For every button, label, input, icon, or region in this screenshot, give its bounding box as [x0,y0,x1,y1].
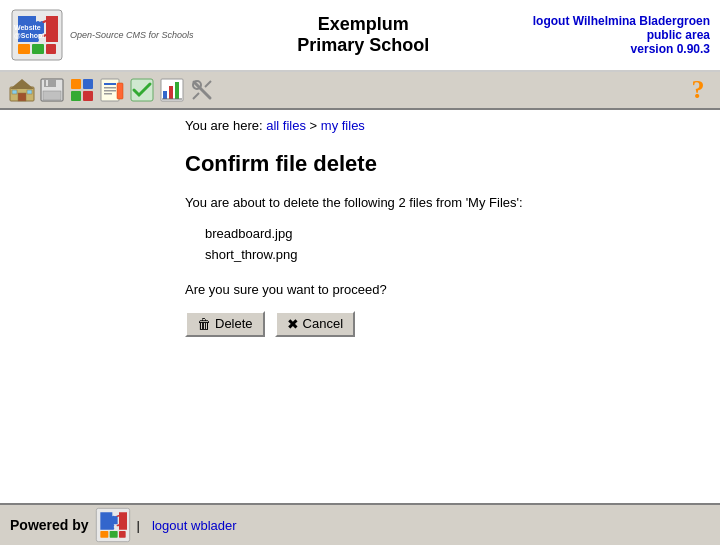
svg-rect-8 [18,93,26,101]
svg-text:Website: Website [14,24,41,31]
footer-logout-link[interactable]: logout wblader [152,518,237,533]
confirm-text: You are about to delete the following 2 … [185,195,710,210]
svg-rect-29 [175,82,179,99]
svg-rect-9 [12,90,17,94]
svg-rect-10 [27,90,32,94]
toolbar-puzzle-icon[interactable] [68,76,96,104]
svg-rect-2 [32,44,44,54]
svg-rect-38 [119,531,126,538]
svg-rect-14 [43,91,61,100]
svg-rect-15 [71,79,81,89]
svg-line-34 [193,93,199,99]
svg-rect-36 [100,531,108,538]
svg-rect-1 [18,44,30,54]
logo-area: Website @School Open-Source CMS for Scho… [10,8,194,62]
svg-rect-22 [104,90,116,92]
svg-rect-37 [109,531,117,538]
school-name: Exemplum Primary School [194,14,533,56]
svg-rect-13 [46,80,48,86]
svg-rect-12 [44,79,56,87]
cancel-button[interactable]: ✖ Cancel [275,311,355,337]
svg-text:@School: @School [14,32,44,39]
breadcrumb-separator: > [310,118,321,133]
toolbar: ? [0,72,720,110]
header: Website @School Open-Source CMS for Scho… [0,0,720,72]
cancel-label: Cancel [303,316,343,331]
file-item-1: breadboard.jpg [205,224,710,245]
toolbar-check-icon[interactable] [128,76,156,104]
svg-rect-16 [83,79,93,89]
footer: Powered by | logout wblader [0,503,720,545]
toolbar-chart-icon[interactable] [158,76,186,104]
main-content: Confirm file delete You are about to del… [0,137,720,347]
svg-rect-21 [104,87,116,89]
page-title: Confirm file delete [185,151,710,177]
svg-rect-28 [169,86,173,99]
svg-rect-20 [104,83,116,85]
file-item-2: short_throw.png [205,245,710,266]
svg-marker-7 [10,79,34,89]
all-files-link[interactable]: all files [266,118,306,133]
footer-separator: | [137,518,140,533]
proceed-text: Are you sure you want to proceed? [185,282,710,297]
footer-logo [95,507,131,543]
my-files-link[interactable]: my files [321,118,365,133]
site-logo: Website @School [10,8,64,62]
user-info: logout Wilhelmina Bladergroen public are… [533,14,710,56]
svg-rect-17 [71,91,81,101]
svg-rect-23 [104,93,112,95]
svg-rect-18 [83,91,93,101]
cancel-icon: ✖ [287,316,299,332]
svg-rect-3 [46,44,56,54]
file-list: breadboard.jpg short_throw.png [205,224,710,266]
delete-button[interactable]: 🗑 Delete [185,311,265,337]
powered-by-label: Powered by [10,517,89,533]
toolbar-home-icon[interactable] [8,76,36,104]
delete-label: Delete [215,316,253,331]
svg-rect-27 [163,91,167,99]
toolbar-floppy-icon[interactable] [38,76,66,104]
help-icon[interactable]: ? [684,76,712,104]
svg-rect-24 [117,83,123,99]
breadcrumb: You are here: all files > my files [0,110,720,137]
toolbar-wrench-icon[interactable] [188,76,216,104]
svg-line-33 [205,81,211,87]
button-row: 🗑 Delete ✖ Cancel [185,311,710,337]
logo-tagline: Open-Source CMS for Schools [70,30,194,40]
toolbar-newspaper-icon[interactable] [98,76,126,104]
delete-icon: 🗑 [197,316,211,332]
breadcrumb-prefix: You are here: [185,118,263,133]
